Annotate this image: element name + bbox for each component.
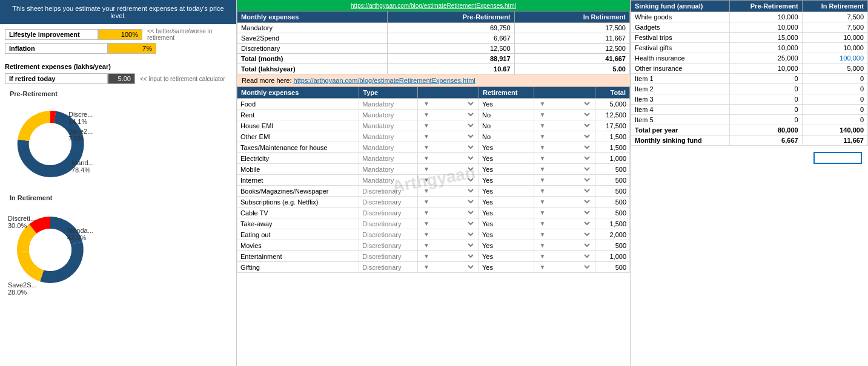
svg-text:Discreti...: Discreti... bbox=[8, 215, 36, 222]
expense-type-dropdown[interactable]: ▼ bbox=[417, 99, 479, 109]
expense-retirement-dropdown[interactable]: ▼ bbox=[534, 120, 595, 131]
sink-pre: 6,667 bbox=[730, 136, 802, 146]
summary-cell-ret: 17,500 bbox=[514, 23, 629, 33]
expense-type-dropdown[interactable]: ▼ bbox=[417, 186, 479, 197]
sink-ret: 0 bbox=[802, 74, 867, 84]
sink-ret: 5,000 bbox=[802, 64, 867, 74]
expense-total: 12,500 bbox=[595, 109, 629, 120]
exp-col-dropdown1 bbox=[417, 87, 479, 99]
top-link-bar[interactable]: https://arthgyaan.com/blog/estimateRetir… bbox=[237, 0, 630, 11]
expense-type-dropdown[interactable]: ▼ bbox=[417, 251, 479, 262]
exp-col-name: Monthly expenses bbox=[237, 87, 359, 99]
expense-retirement-dropdown[interactable]: ▼ bbox=[534, 131, 595, 142]
expense-retirement-dropdown[interactable]: ▼ bbox=[534, 197, 595, 208]
expense-row: Electricity Mandatory ▼ Yes ▼ 1,000 bbox=[237, 153, 630, 164]
sink-ret: 7,500 bbox=[802, 12, 867, 22]
expense-retirement-dropdown[interactable]: ▼ bbox=[534, 109, 595, 120]
svg-text:30.0%: 30.0% bbox=[8, 222, 27, 229]
sink-pre: 0 bbox=[730, 74, 802, 84]
expense-type: Mandatory bbox=[359, 131, 418, 142]
expense-type: Discretionary bbox=[359, 251, 418, 262]
expense-retirement-dropdown[interactable]: ▼ bbox=[534, 99, 595, 109]
exp-col-total: Total bbox=[595, 87, 629, 99]
expense-total: 2,000 bbox=[595, 229, 629, 240]
expense-row: Rent Mandatory ▼ No ▼ 12,500 bbox=[237, 109, 630, 120]
expense-name: Other EMI bbox=[237, 131, 359, 142]
expense-retirement-dropdown[interactable]: ▼ bbox=[534, 153, 595, 164]
expense-type-dropdown[interactable]: ▼ bbox=[417, 175, 479, 186]
expense-retirement-dropdown[interactable]: ▼ bbox=[534, 142, 595, 153]
expense-total: 5,000 bbox=[595, 99, 629, 109]
expense-type-dropdown[interactable]: ▼ bbox=[417, 109, 479, 120]
expense-row: House EMI Mandatory ▼ No ▼ 17,500 bbox=[237, 120, 630, 131]
expense-retirement-dropdown[interactable]: ▼ bbox=[534, 175, 595, 186]
inflation-value[interactable]: 7% bbox=[108, 43, 156, 54]
sinking-row: Total per year 80,000 140,000 bbox=[631, 125, 868, 136]
sink-label: White goods bbox=[631, 12, 730, 22]
blue-input-box[interactable] bbox=[813, 152, 862, 164]
summary-cell-label: Total (month) bbox=[237, 54, 388, 64]
expense-type-dropdown[interactable]: ▼ bbox=[417, 120, 479, 131]
in-retirement-title: In Retirement bbox=[10, 194, 231, 201]
lifestyle-label: Lifestyle improvement bbox=[5, 29, 98, 40]
expense-type-dropdown[interactable]: ▼ bbox=[417, 240, 479, 251]
expense-type: Discretionary bbox=[359, 208, 418, 218]
expense-name: Mobile bbox=[237, 164, 359, 175]
header-banner: This sheet helps you estimate your retir… bbox=[0, 0, 236, 24]
expense-retirement: Yes bbox=[479, 99, 534, 109]
read-more-link[interactable]: https://arthgyaan.com/blog/estimateRetir… bbox=[294, 77, 475, 84]
expense-type: Mandatory bbox=[359, 175, 418, 186]
lifestyle-value[interactable]: 100% bbox=[98, 29, 142, 40]
sinking-row: Festival gifts 10,000 10,000 bbox=[631, 43, 868, 53]
expense-total: 500 bbox=[595, 240, 629, 251]
expense-retirement: Yes bbox=[479, 197, 534, 208]
expense-name: Rent bbox=[237, 109, 359, 120]
expense-total: 500 bbox=[595, 186, 629, 197]
expense-type: Discretionary bbox=[359, 240, 418, 251]
expense-type-dropdown[interactable]: ▼ bbox=[417, 153, 479, 164]
expense-retirement-dropdown[interactable]: ▼ bbox=[534, 218, 595, 229]
expense-retirement-dropdown[interactable]: ▼ bbox=[534, 229, 595, 240]
sink-label: Health insurance bbox=[631, 53, 730, 64]
expense-type-dropdown[interactable]: ▼ bbox=[417, 197, 479, 208]
top-link[interactable]: https://arthgyaan.com/blog/estimateRetir… bbox=[351, 2, 516, 9]
expense-retirement-dropdown[interactable]: ▼ bbox=[534, 262, 595, 273]
expense-row: Cable TV Discretionary ▼ Yes ▼ 500 bbox=[237, 208, 630, 218]
sink-label: Festival trips bbox=[631, 33, 730, 43]
expense-retirement: Yes bbox=[479, 218, 534, 229]
expense-type-dropdown[interactable]: ▼ bbox=[417, 142, 479, 153]
expense-type: Mandatory bbox=[359, 120, 418, 131]
expense-total: 1,500 bbox=[595, 131, 629, 142]
read-more-section: Read more here: https://arthgyaan.com/bl… bbox=[237, 74, 630, 87]
expense-retirement-dropdown[interactable]: ▼ bbox=[534, 208, 595, 218]
banner-text: This sheet helps you estimate your retir… bbox=[12, 5, 224, 19]
expense-retirement-dropdown[interactable]: ▼ bbox=[534, 164, 595, 175]
sink-ret: 11,667 bbox=[802, 136, 867, 146]
expense-retirement-dropdown[interactable]: ▼ bbox=[534, 240, 595, 251]
summary-cell-pre: 6,667 bbox=[387, 33, 514, 44]
sink-ret: 140,000 bbox=[802, 125, 867, 136]
retired-today-value[interactable]: 5.00 bbox=[108, 73, 135, 84]
expense-type-dropdown[interactable]: ▼ bbox=[417, 164, 479, 175]
expense-retirement: Yes bbox=[479, 153, 534, 164]
expense-type: Mandatory bbox=[359, 153, 418, 164]
expense-type-dropdown[interactable]: ▼ bbox=[417, 229, 479, 240]
exp-col-type: Type bbox=[359, 87, 418, 99]
summary-cell-ret: 11,667 bbox=[514, 33, 629, 44]
expense-row: Gifting Discretionary ▼ Yes ▼ 500 bbox=[237, 262, 630, 273]
expense-scroll[interactable]: Arthgyaan Monthly expenses Type Retireme… bbox=[237, 87, 630, 273]
retired-today-label: If retired today bbox=[5, 73, 108, 84]
expense-retirement-dropdown[interactable]: ▼ bbox=[534, 251, 595, 262]
summary-col-ret: In Retirement bbox=[514, 11, 629, 23]
expense-type-dropdown[interactable]: ▼ bbox=[417, 131, 479, 142]
expense-type-dropdown[interactable]: ▼ bbox=[417, 218, 479, 229]
sink-label: Total per year bbox=[631, 125, 730, 136]
expense-type-dropdown[interactable]: ▼ bbox=[417, 208, 479, 218]
expense-name: Food bbox=[237, 99, 359, 109]
expense-name: Subscriptions (e.g. Netflix) bbox=[237, 197, 359, 208]
expense-type-dropdown[interactable]: ▼ bbox=[417, 262, 479, 273]
in-retirement-chart: Manda... 42.0% Discreti... 30.0% Save2S.… bbox=[5, 203, 102, 296]
expense-retirement-dropdown[interactable]: ▼ bbox=[534, 186, 595, 197]
summary-cell-label: Mandatory bbox=[237, 23, 388, 33]
retirement-expenses-title: Retirement expenses (lakhs/year) bbox=[0, 59, 236, 72]
